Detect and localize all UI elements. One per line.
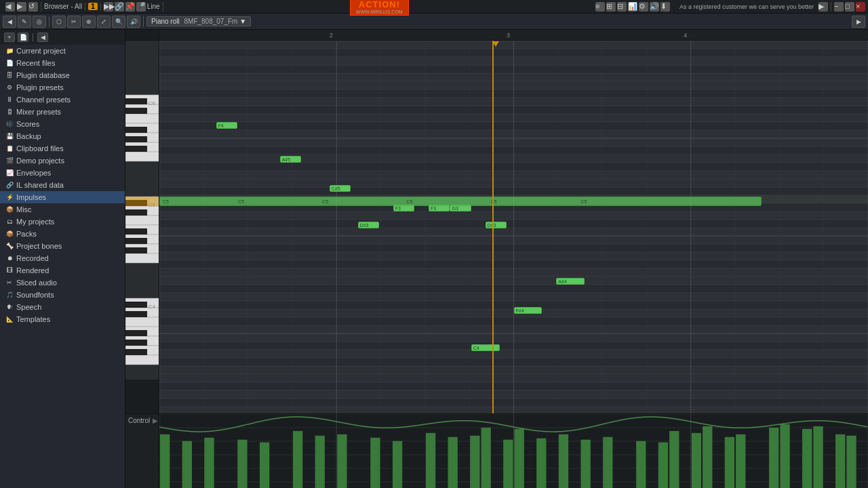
svg-rect-37 [125, 197, 159, 206]
midi-note-7[interactable]: D#3 [358, 222, 379, 228]
sidebar-label: Misc [16, 205, 32, 214]
note-label: A#4 [558, 279, 566, 284]
control-grid[interactable] [159, 414, 868, 488]
grid[interactable]: C5 C5 C5 C5 C5 C5 F4 A#5 C#5 [159, 41, 868, 413]
file-btn[interactable]: 📄 [18, 33, 28, 42]
sidebar-label: IL shared data [16, 181, 64, 189]
sidebar-item-rendered[interactable]: Rendered [0, 264, 125, 277]
nav-controls: ◀ ▶ ↺ [3, 2, 41, 12]
select-tool[interactable]: ⬡ [52, 16, 66, 28]
svg-rect-35 [125, 340, 147, 346]
forward-icon[interactable]: ▶ [17, 2, 26, 12]
ruler-mark-3: 3 [507, 32, 510, 39]
sidebar-label: Project bones [16, 242, 62, 250]
ruler-spacer [125, 30, 159, 40]
icon-3[interactable]: ⊟ [617, 2, 627, 12]
sidebar-label: Channel presets [16, 96, 71, 104]
sidebar-item-recorded[interactable]: Recorded [0, 252, 125, 264]
sidebar-item-backup[interactable]: Backup [0, 130, 125, 142]
sidebar-label: Plugin presets [16, 83, 64, 92]
sidebar-item-project-bones[interactable]: Project bones [0, 240, 125, 252]
sidebar-item-speech[interactable]: Speech [0, 301, 125, 313]
sidebar-item-mixer-presets[interactable]: Mixer presets [0, 106, 125, 118]
sidebar-item-channel-presets[interactable]: Channel presets [0, 94, 125, 106]
template-icon [5, 315, 14, 323]
transport-2[interactable]: 🔗 [115, 2, 124, 12]
midi-note-1[interactable]: F4 [216, 122, 237, 129]
zoom-tool[interactable]: 🔍 [112, 16, 125, 28]
note-label: F3 [431, 206, 436, 211]
sidebar-item-scores[interactable]: Scores [0, 118, 125, 130]
erase-tool[interactable]: ◎ [33, 16, 46, 28]
minimize-btn[interactable]: − [834, 2, 844, 12]
midi-note-3[interactable]: C#5 [330, 185, 351, 192]
back-arrow[interactable]: ◀ [37, 33, 48, 42]
env-icon [5, 169, 14, 177]
top-bar: ◀ ▶ ↺ Browser - All 1 ▶▶ 🔗 📌 🎤 Line ACTI… [0, 0, 868, 14]
sidebar-item-recent-files[interactable]: Recent files [0, 57, 125, 69]
sidebar-item-misc[interactable]: Misc [0, 203, 125, 216]
close-btn[interactable]: × [856, 2, 865, 12]
clone-tool[interactable]: ⊕ [82, 16, 96, 28]
svg-rect-7 [125, 152, 159, 161]
sidebar-item-envelopes[interactable]: Envelopes [0, 167, 125, 179]
sidebar-item-plugin-database[interactable]: Plugin database [0, 69, 125, 81]
midi-note-8[interactable]: D#3 [486, 222, 507, 228]
add-btn[interactable]: + [4, 33, 15, 42]
volume-tool[interactable]: 🔊 [127, 16, 140, 28]
transport-1[interactable]: ▶▶ [104, 2, 113, 12]
sidebar-item-packs[interactable]: Packs [0, 228, 125, 240]
sidebar-item-soundfonts[interactable]: Soundfonts [0, 289, 125, 301]
svg-rect-9 [125, 108, 147, 114]
svg-rect-10 [125, 127, 147, 133]
icon-4[interactable]: 📊 [628, 2, 637, 12]
cut-tool[interactable]: ✂ [67, 16, 81, 28]
piano-roll-dropdown[interactable]: Piano roll 8MF_808_07_Fm ▼ [146, 16, 251, 26]
ad-close[interactable]: ▶ [818, 2, 828, 12]
icon-1[interactable]: ≡ [595, 2, 605, 12]
misc-icon [5, 205, 14, 214]
backup-icon [5, 132, 14, 140]
browser-section: Browser - All [41, 3, 85, 10]
icon-7[interactable]: ⬇ [660, 2, 670, 12]
sidebar-item-templates[interactable]: Templates [0, 313, 125, 325]
sidebar-item-my-projects[interactable]: My projects [0, 216, 125, 228]
svg-rect-32 [125, 302, 147, 308]
control-label: Control ▶ [125, 414, 159, 488]
nav-left[interactable]: ◀ [3, 16, 16, 28]
refresh-icon[interactable]: ↺ [28, 2, 38, 12]
icon-2[interactable]: ⊞ [606, 2, 616, 12]
midi-note-9[interactable]: A#4 [556, 278, 585, 285]
sidebar-label: Current project [16, 47, 66, 55]
sep [33, 33, 33, 41]
nav-right[interactable]: ▶ [852, 16, 865, 28]
midi-note-c5-long[interactable]: C5 C5 C5 C5 C5 C5 [159, 197, 762, 206]
ruler: 2 3 4 [125, 30, 868, 41]
icon-6[interactable]: 🔊 [650, 2, 659, 12]
piano-roll-area: 2 3 4 [125, 30, 868, 488]
control-canvas [159, 414, 868, 488]
note-label: C5 [161, 199, 170, 204]
transport-3[interactable]: 📌 [125, 2, 135, 12]
sidebar-item-plugin-presets[interactable]: Plugin presets [0, 81, 125, 94]
logo-container: ACTION! WWW.MIRILLIS.COM [350, 0, 409, 16]
maximize-btn[interactable]: □ [845, 2, 854, 12]
sidebar-item-il-shared-data[interactable]: IL shared data [0, 179, 125, 191]
sidebar-item-demo-projects[interactable]: Demo projects [0, 155, 125, 167]
deform-tool[interactable]: ⤢ [97, 16, 111, 28]
back-icon[interactable]: ◀ [5, 2, 15, 12]
folder-icon [5, 47, 14, 55]
sidebar-label: Envelopes [16, 169, 51, 177]
bones-icon [5, 242, 14, 250]
sidebar-item-current-project[interactable]: Current project [0, 45, 125, 57]
sidebar-item-clipboard-files[interactable]: Clipboard files [0, 142, 125, 155]
sidebar-item-sliced-audio[interactable]: Sliced audio [0, 277, 125, 289]
midi-note-10[interactable]: F#4 [514, 307, 542, 314]
midi-note-2[interactable]: A#5 [280, 156, 301, 163]
sidebar-item-impulses[interactable]: Impulses [0, 191, 125, 203]
icon-5[interactable]: ⚙ [639, 2, 648, 12]
draw-tool[interactable]: ✎ [18, 16, 31, 28]
midi-note-11[interactable]: C4 [471, 344, 500, 351]
c4-label: C4 [149, 304, 156, 310]
transport-4[interactable]: 🎤 [136, 2, 146, 12]
